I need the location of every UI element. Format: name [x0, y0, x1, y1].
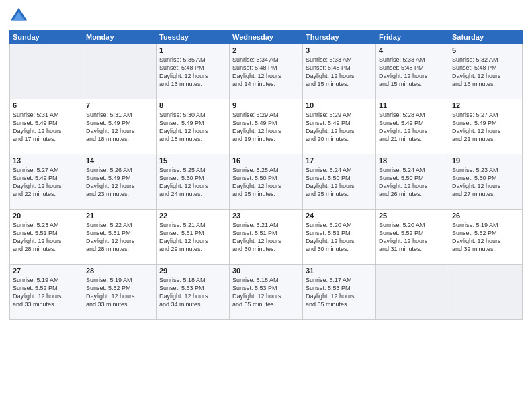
calendar-cell [83, 44, 157, 99]
day-info: Sunrise: 5:24 AM Sunset: 5:50 PM Dayligh… [379, 166, 446, 199]
day-info: Sunrise: 5:18 AM Sunset: 5:53 PM Dayligh… [159, 276, 226, 309]
calendar-cell: 31Sunrise: 5:17 AM Sunset: 5:53 PM Dayli… [303, 265, 376, 320]
weekday-header-sunday: Sunday [10, 30, 83, 44]
page: SundayMondayTuesdayWednesdayThursdayFrid… [0, 0, 532, 411]
calendar-cell: 11Sunrise: 5:28 AM Sunset: 5:49 PM Dayli… [376, 99, 449, 154]
day-number: 29 [159, 267, 226, 275]
calendar-cell: 9Sunrise: 5:29 AM Sunset: 5:49 PM Daylig… [230, 99, 303, 154]
day-number: 16 [232, 156, 300, 165]
day-number: 5 [452, 46, 519, 54]
day-info: Sunrise: 5:25 AM Sunset: 5:50 PM Dayligh… [159, 166, 226, 199]
day-info: Sunrise: 5:26 AM Sunset: 5:49 PM Dayligh… [86, 166, 153, 199]
day-number: 21 [86, 212, 153, 220]
calendar-cell: 3Sunrise: 5:33 AM Sunset: 5:48 PM Daylig… [303, 44, 376, 99]
day-number: 17 [306, 156, 373, 165]
calendar-cell: 18Sunrise: 5:24 AM Sunset: 5:50 PM Dayli… [376, 154, 449, 210]
calendar-cell: 13Sunrise: 5:27 AM Sunset: 5:49 PM Dayli… [10, 154, 83, 210]
weekday-header-thursday: Thursday [303, 30, 376, 44]
weekday-header-saturday: Saturday [449, 30, 523, 44]
day-number: 11 [379, 101, 446, 109]
day-info: Sunrise: 5:18 AM Sunset: 5:53 PM Dayligh… [232, 276, 300, 309]
logo [9, 7, 31, 26]
day-info: Sunrise: 5:33 AM Sunset: 5:48 PM Dayligh… [379, 56, 446, 89]
calendar-week-1: 1Sunrise: 5:35 AM Sunset: 5:48 PM Daylig… [10, 44, 523, 99]
day-number: 15 [159, 156, 226, 165]
day-number: 9 [232, 101, 300, 109]
day-number: 26 [452, 212, 519, 220]
weekday-header-row: SundayMondayTuesdayWednesdayThursdayFrid… [10, 30, 523, 44]
day-info: Sunrise: 5:29 AM Sunset: 5:49 PM Dayligh… [232, 111, 300, 144]
calendar-cell: 25Sunrise: 5:20 AM Sunset: 5:52 PM Dayli… [376, 210, 449, 265]
calendar-cell: 7Sunrise: 5:31 AM Sunset: 5:49 PM Daylig… [83, 99, 157, 154]
day-info: Sunrise: 5:20 AM Sunset: 5:51 PM Dayligh… [306, 221, 373, 254]
day-number: 18 [379, 156, 446, 165]
calendar-cell: 5Sunrise: 5:32 AM Sunset: 5:48 PM Daylig… [449, 44, 523, 99]
calendar-cell: 22Sunrise: 5:21 AM Sunset: 5:51 PM Dayli… [157, 210, 230, 265]
calendar-cell: 17Sunrise: 5:24 AM Sunset: 5:50 PM Dayli… [303, 154, 376, 210]
calendar-cell: 27Sunrise: 5:19 AM Sunset: 5:52 PM Dayli… [10, 265, 83, 320]
day-number: 14 [86, 156, 153, 165]
calendar-cell: 21Sunrise: 5:22 AM Sunset: 5:51 PM Dayli… [83, 210, 157, 265]
logo-icon [9, 7, 28, 26]
calendar-week-4: 20Sunrise: 5:23 AM Sunset: 5:51 PM Dayli… [10, 210, 523, 265]
day-info: Sunrise: 5:20 AM Sunset: 5:52 PM Dayligh… [379, 221, 446, 254]
calendar-cell: 14Sunrise: 5:26 AM Sunset: 5:49 PM Dayli… [83, 154, 157, 210]
day-number: 4 [379, 46, 446, 54]
day-info: Sunrise: 5:19 AM Sunset: 5:52 PM Dayligh… [452, 221, 519, 254]
day-info: Sunrise: 5:34 AM Sunset: 5:48 PM Dayligh… [232, 56, 300, 89]
day-info: Sunrise: 5:24 AM Sunset: 5:50 PM Dayligh… [306, 166, 373, 199]
day-info: Sunrise: 5:17 AM Sunset: 5:53 PM Dayligh… [306, 276, 373, 309]
calendar-cell: 10Sunrise: 5:29 AM Sunset: 5:49 PM Dayli… [303, 99, 376, 154]
weekday-header-friday: Friday [376, 30, 449, 44]
day-info: Sunrise: 5:23 AM Sunset: 5:51 PM Dayligh… [13, 221, 80, 254]
calendar-cell: 1Sunrise: 5:35 AM Sunset: 5:48 PM Daylig… [157, 44, 230, 99]
header [9, 7, 523, 26]
calendar-cell: 29Sunrise: 5:18 AM Sunset: 5:53 PM Dayli… [157, 265, 230, 320]
day-number: 27 [13, 267, 80, 275]
day-info: Sunrise: 5:30 AM Sunset: 5:49 PM Dayligh… [159, 111, 226, 144]
day-info: Sunrise: 5:27 AM Sunset: 5:49 PM Dayligh… [13, 166, 80, 199]
day-number: 12 [452, 101, 519, 109]
calendar-week-3: 13Sunrise: 5:27 AM Sunset: 5:49 PM Dayli… [10, 154, 523, 210]
day-info: Sunrise: 5:19 AM Sunset: 5:52 PM Dayligh… [86, 276, 153, 309]
calendar-cell: 30Sunrise: 5:18 AM Sunset: 5:53 PM Dayli… [230, 265, 303, 320]
day-number: 22 [159, 212, 226, 220]
day-info: Sunrise: 5:27 AM Sunset: 5:49 PM Dayligh… [452, 111, 519, 144]
calendar-cell: 2Sunrise: 5:34 AM Sunset: 5:48 PM Daylig… [230, 44, 303, 99]
calendar-cell: 19Sunrise: 5:23 AM Sunset: 5:50 PM Dayli… [449, 154, 523, 210]
day-number: 30 [232, 267, 300, 275]
day-info: Sunrise: 5:21 AM Sunset: 5:51 PM Dayligh… [232, 221, 300, 254]
calendar-cell: 8Sunrise: 5:30 AM Sunset: 5:49 PM Daylig… [157, 99, 230, 154]
day-number: 13 [13, 156, 80, 165]
day-info: Sunrise: 5:19 AM Sunset: 5:52 PM Dayligh… [13, 276, 80, 309]
calendar-cell: 23Sunrise: 5:21 AM Sunset: 5:51 PM Dayli… [230, 210, 303, 265]
day-info: Sunrise: 5:21 AM Sunset: 5:51 PM Dayligh… [159, 221, 226, 254]
day-number: 25 [379, 212, 446, 220]
day-number: 2 [232, 46, 300, 54]
day-number: 28 [86, 267, 153, 275]
day-info: Sunrise: 5:31 AM Sunset: 5:49 PM Dayligh… [86, 111, 153, 144]
weekday-header-tuesday: Tuesday [157, 30, 230, 44]
day-info: Sunrise: 5:35 AM Sunset: 5:48 PM Dayligh… [159, 56, 226, 89]
day-info: Sunrise: 5:29 AM Sunset: 5:49 PM Dayligh… [306, 111, 373, 144]
day-number: 3 [306, 46, 373, 54]
day-info: Sunrise: 5:32 AM Sunset: 5:48 PM Dayligh… [452, 56, 519, 89]
day-info: Sunrise: 5:23 AM Sunset: 5:50 PM Dayligh… [452, 166, 519, 199]
calendar-week-2: 6Sunrise: 5:31 AM Sunset: 5:49 PM Daylig… [10, 99, 523, 154]
calendar-cell [10, 44, 83, 99]
calendar-table: SundayMondayTuesdayWednesdayThursdayFrid… [9, 30, 523, 320]
day-number: 31 [306, 267, 373, 275]
calendar-cell: 20Sunrise: 5:23 AM Sunset: 5:51 PM Dayli… [10, 210, 83, 265]
day-number: 8 [159, 101, 226, 109]
day-number: 19 [452, 156, 519, 165]
calendar-cell: 26Sunrise: 5:19 AM Sunset: 5:52 PM Dayli… [449, 210, 523, 265]
day-number: 1 [159, 46, 226, 54]
day-info: Sunrise: 5:22 AM Sunset: 5:51 PM Dayligh… [86, 221, 153, 254]
day-info: Sunrise: 5:28 AM Sunset: 5:49 PM Dayligh… [379, 111, 446, 144]
calendar-cell: 16Sunrise: 5:25 AM Sunset: 5:50 PM Dayli… [230, 154, 303, 210]
day-number: 7 [86, 101, 153, 109]
day-number: 20 [13, 212, 80, 220]
calendar-cell: 24Sunrise: 5:20 AM Sunset: 5:51 PM Dayli… [303, 210, 376, 265]
day-info: Sunrise: 5:31 AM Sunset: 5:49 PM Dayligh… [13, 111, 80, 144]
day-info: Sunrise: 5:33 AM Sunset: 5:48 PM Dayligh… [306, 56, 373, 89]
